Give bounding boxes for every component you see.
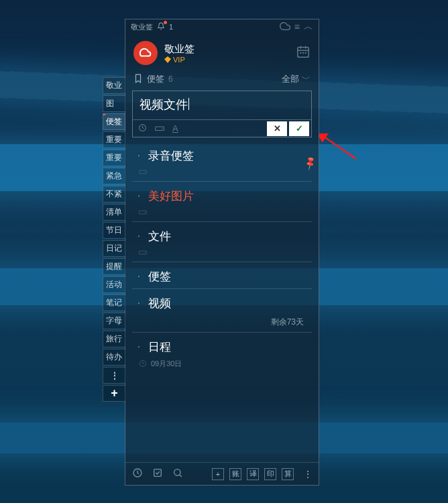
svg-point-20 <box>174 469 180 475</box>
notification-count: 1 <box>169 23 173 31</box>
checklist-icon[interactable] <box>152 467 163 481</box>
titlebar: 敬业签 1 ≡ ︿ <box>125 19 319 34</box>
sidebar-add-button[interactable]: + <box>103 385 125 402</box>
svg-point-14 <box>144 212 145 213</box>
svg-rect-13 <box>139 211 147 214</box>
chevron-down-icon[interactable]: ﹀ <box>302 73 311 85</box>
note-item[interactable]: 录音便签 <box>132 142 312 182</box>
calendar-icon[interactable] <box>296 44 311 62</box>
search-icon[interactable] <box>172 467 183 481</box>
clock-icon[interactable] <box>138 123 147 134</box>
sidebar-tab[interactable]: 旅行 <box>103 331 125 347</box>
sidebar-tab[interactable]: 重要 <box>103 150 125 166</box>
footer-btn-translate[interactable]: 译 <box>247 468 259 480</box>
note-item[interactable]: 美好图片 <box>132 182 312 222</box>
cancel-button[interactable]: ✕ <box>267 121 287 136</box>
app-name: 敬业签 <box>131 22 153 32</box>
note-title: 便签 <box>148 270 171 283</box>
drive-icon <box>139 208 147 217</box>
svg-point-12 <box>144 172 145 172</box>
collapse-icon[interactable]: ︿ <box>304 21 313 33</box>
annotation-arrow <box>319 133 359 160</box>
svg-point-5 <box>300 52 301 53</box>
sidebar-tab[interactable]: 笔记 <box>103 294 125 311</box>
clock-icon <box>139 359 147 369</box>
sidebar-tab[interactable]: 图 <box>103 95 125 112</box>
sidebar-tab[interactable]: 重要 <box>103 131 125 148</box>
svg-point-10 <box>162 128 162 129</box>
confirm-button[interactable]: ✓ <box>289 121 309 136</box>
svg-rect-19 <box>154 469 162 476</box>
svg-line-23 <box>323 136 356 159</box>
sidebar-tab[interactable]: 敬业 <box>103 77 125 94</box>
more-icon[interactable]: ⋮ <box>303 469 312 480</box>
note-item[interactable]: 便签 <box>132 262 312 289</box>
sidebar-category-tabs: 敬业 图 便签 重要 重要 紧急 不紧 清单 节日 日记 提醒 活动 笔记 字母… <box>103 77 125 403</box>
drive-icon <box>139 248 147 258</box>
bookmark-icon <box>133 74 143 85</box>
sidebar-tab[interactable]: 字母 <box>103 313 125 329</box>
footer-btn-account[interactable]: 账 <box>229 468 241 480</box>
footer-btn-calc[interactable]: 算 <box>282 468 294 480</box>
drive-icon[interactable] <box>155 123 164 133</box>
note-title: 美好图片 <box>148 190 194 203</box>
menu-icon[interactable]: ≡ <box>294 21 300 32</box>
clock-icon[interactable] <box>132 467 143 481</box>
sidebar-tab[interactable]: 日记 <box>103 240 125 257</box>
note-item[interactable]: 视频 剩余73天 <box>132 289 312 333</box>
svg-point-6 <box>303 52 304 53</box>
vip-badge: VIP <box>164 56 194 64</box>
note-item[interactable]: 文件 <box>132 222 312 262</box>
list-count: 6 <box>168 74 173 84</box>
cloud-sync-icon[interactable] <box>280 21 290 34</box>
note-title: 视频 <box>148 297 171 310</box>
note-title: 录音便签 <box>148 150 194 162</box>
sidebar-more-button[interactable]: ⋮ <box>103 367 125 384</box>
drive-icon <box>139 168 147 177</box>
svg-rect-11 <box>139 170 147 174</box>
note-editor: 视频文件 A ✕ ✓ <box>132 91 312 137</box>
sidebar-tab[interactable]: 节日 <box>103 222 125 239</box>
note-input[interactable]: 视频文件 <box>133 91 311 119</box>
sidebar-tab[interactable]: 提醒 <box>103 258 125 275</box>
bell-icon[interactable] <box>157 22 165 32</box>
list-filter[interactable]: 全部 <box>282 73 299 85</box>
sidebar-tab[interactable]: 活动 <box>103 276 125 293</box>
note-title: 日程 <box>148 341 171 353</box>
brand-name: 敬业签 <box>164 43 194 56</box>
svg-marker-0 <box>164 56 171 63</box>
app-window: 敬业签 1 ≡ ︿ 敬业签 VIP <box>125 19 319 486</box>
header: 敬业签 VIP <box>125 34 319 70</box>
editor-toolbar: A ✕ ✓ <box>133 119 311 137</box>
footer-toolbar: + 账 译 印 算 ⋮ <box>125 462 319 485</box>
sidebar-tab[interactable]: 清单 <box>103 204 125 221</box>
add-button[interactable]: + <box>212 468 224 480</box>
sidebar-tab[interactable]: 不紧 <box>103 186 125 203</box>
svg-rect-15 <box>139 251 147 254</box>
svg-point-7 <box>305 52 306 53</box>
note-remaining: 剩余73天 <box>137 317 306 328</box>
notes-list: 录音便签 美好图片 文件 便签 视频 剩余73天 日程 09月30日 <box>125 137 319 462</box>
sidebar-tab[interactable]: 待办 <box>103 349 125 366</box>
note-date: 09月30日 <box>151 359 182 369</box>
sidebar-tab[interactable]: 紧急 <box>103 168 125 184</box>
svg-rect-9 <box>156 127 164 131</box>
footer-btn-print[interactable]: 印 <box>264 468 276 480</box>
list-header: 便签 6 全部 ﹀ <box>125 70 319 91</box>
sidebar-tab-active[interactable]: 便签 <box>103 113 125 130</box>
note-title: 文件 <box>148 230 171 243</box>
list-label: 便签 <box>147 73 164 85</box>
svg-point-16 <box>144 252 145 253</box>
note-item[interactable]: 日程 09月30日 <box>132 333 312 373</box>
font-color-icon[interactable]: A <box>172 123 178 133</box>
svg-line-21 <box>180 474 182 476</box>
app-logo <box>133 41 158 65</box>
